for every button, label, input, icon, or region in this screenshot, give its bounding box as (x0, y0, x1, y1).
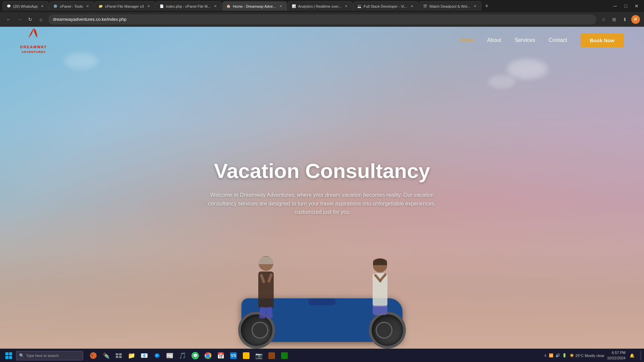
taskbar-app-whatsapp[interactable]: 💬 (189, 350, 201, 362)
taskbar-app-calendar[interactable]: 📅 (215, 350, 227, 362)
tab-close-deadpool[interactable]: ✕ (472, 4, 478, 9)
svg-rect-0 (5, 352, 8, 355)
nav-links: Home About Services Contact Book Now (460, 34, 624, 47)
start-button[interactable] (3, 350, 15, 361)
hero-content: Vacation Consultancy Welcome to Dreamway… (205, 159, 439, 217)
tab-cpanel-filemgr[interactable]: 📁 cPanel File Manager v3 ✕ (95, 1, 155, 11)
back-button[interactable]: ← (4, 15, 13, 24)
show-desktop-button[interactable] (640, 351, 641, 360)
person-1 (258, 256, 274, 308)
search-icon: 🔍 (19, 353, 24, 358)
svg-rect-7 (119, 356, 122, 358)
tab-bar: 💬 (20) WhatsApp ✕ ⚙️ cPanel - Tools ✕ 📁 … (0, 0, 644, 12)
book-now-button[interactable]: Book Now (581, 34, 624, 47)
forward-button[interactable]: → (15, 15, 24, 24)
tab-close-cpanel-tools[interactable]: ✕ (85, 4, 90, 9)
nav-link-about[interactable]: About (487, 37, 501, 43)
taskbar-search-text: Type here to search (26, 354, 59, 358)
taskbar-app-basketball[interactable]: 🏀 (87, 350, 99, 362)
taskbar-app-news[interactable]: 📰 (164, 350, 176, 362)
tab-favicon-dreamway: 🏠 (226, 4, 231, 9)
tab-whatsapp[interactable]: 💬 (20) WhatsApp ✕ (3, 1, 49, 11)
taskbar-app-edge[interactable] (151, 350, 163, 362)
website-content: DREAMWAY ADVENTURES Home About Services … (0, 27, 644, 349)
url-input[interactable] (48, 14, 596, 24)
tray-volume-icon[interactable]: 🔊 (555, 353, 560, 358)
tray-chevron-icon[interactable]: ∧ (544, 353, 547, 358)
taskbar: 🔍 Type here to search 🏀 ✒️ 📁 📧 📰 🎵 💬 (0, 349, 644, 362)
tab-favicon-fullstack: 💻 (357, 4, 362, 9)
logo-text: DREAMWAY ADVENTURES (20, 45, 47, 54)
taskbar-app-chrome[interactable] (202, 350, 214, 362)
taskbar-app-vscode[interactable]: VS (227, 350, 239, 362)
tab-favicon-deadpool: 🎬 (423, 4, 427, 9)
download-icon[interactable]: ⬇ (621, 15, 629, 24)
home-button[interactable]: ⌂ (36, 15, 46, 24)
new-tab-button[interactable]: + (482, 1, 491, 11)
navbar: DREAMWAY ADVENTURES Home About Services … (0, 27, 644, 54)
taskbar-right: ∧ 📶 🔊 🔋 ☀️ 25°C Mostly clear 6:57 PM 10/… (544, 350, 641, 361)
bookmark-icon[interactable]: ☆ (599, 15, 608, 24)
reload-button[interactable]: ↻ (25, 15, 35, 24)
tab-dreamway-home[interactable]: 🏠 Home - Dreamway Adve... ✕ (222, 1, 287, 11)
svg-rect-6 (116, 356, 118, 358)
svg-rect-2 (5, 356, 8, 359)
nav-link-services[interactable]: Services (515, 37, 535, 43)
tab-label-indexphp: index.php - cPanel File M... (166, 4, 211, 8)
hero-title: Vacation Consultancy (205, 159, 439, 183)
wheel-hub-left (252, 322, 268, 339)
taskbar-app-mail[interactable]: 📧 (138, 350, 150, 362)
tray-battery-icon: 🔋 (562, 353, 567, 358)
minimize-button[interactable]: ─ (610, 1, 620, 11)
svg-rect-3 (9, 356, 12, 359)
tab-analytics[interactable]: 📊 Analytics | Realtime over... ✕ (288, 1, 353, 11)
nav-link-home[interactable]: Home (460, 37, 474, 43)
svg-point-10 (207, 355, 209, 357)
toolbar-icons: ☆ ⊞ ⬇ P (599, 15, 640, 24)
tab-favicon-indexphp: 📄 (159, 4, 164, 9)
tab-favicon-analytics: 📊 (291, 4, 296, 9)
tab-close-fullstack[interactable]: ✕ (409, 4, 415, 9)
tab-label-cpanel-tools: cPanel - Tools (60, 4, 83, 8)
notification-button[interactable]: 🔔 (628, 353, 636, 358)
tab-fullstack[interactable]: 💻 Full Stack Developer - Vi... ✕ (353, 1, 418, 11)
system-tray: ∧ 📶 🔊 🔋 (544, 353, 567, 358)
logo-image (23, 27, 44, 45)
taskbar-search-box[interactable]: 🔍 Type here to search (16, 351, 83, 360)
taskbar-app-music[interactable]: 🎵 (176, 350, 189, 362)
tab-close-indexphp[interactable]: ✕ (213, 4, 218, 9)
wheel-hub-right (376, 322, 392, 339)
tray-network-icon[interactable]: 📶 (549, 353, 553, 358)
system-clock[interactable]: 6:57 PM 10/22/2024 (607, 350, 626, 361)
tab-close-dreamway[interactable]: ✕ (278, 4, 283, 9)
svg-rect-1 (9, 352, 12, 355)
taskbar-app-green[interactable] (278, 350, 290, 362)
atv-scene (205, 107, 439, 349)
taskbar-app-camera[interactable]: 📷 (253, 350, 265, 362)
cloud-1 (507, 59, 547, 79)
tab-cpanel-tools[interactable]: ⚙️ cPanel - Tools ✕ (49, 1, 94, 11)
taskbar-app-pen[interactable]: ✒️ (100, 350, 112, 362)
nav-link-contact[interactable]: Contact (549, 37, 567, 43)
tab-deadpool[interactable]: 🎬 Watch Deadpool & Wol... ✕ (419, 1, 481, 11)
taskbar-app-explorer[interactable]: 📁 (125, 350, 138, 362)
person-2 (373, 258, 387, 307)
maximize-button[interactable]: □ (621, 1, 631, 11)
tab-close-cpanel-filemgr[interactable]: ✕ (146, 4, 151, 9)
taskbar-app-taskview[interactable] (113, 350, 125, 362)
taskbar-app-yellow[interactable] (240, 350, 252, 362)
nav-buttons: ← → ↻ ⌂ (4, 15, 46, 24)
clock-time: 6:57 PM (607, 350, 626, 355)
clock-date: 10/22/2024 (607, 356, 626, 361)
taskbar-app-dark[interactable] (266, 350, 278, 362)
collections-icon[interactable]: ⊞ (610, 15, 619, 24)
close-button[interactable]: ✕ (632, 1, 641, 11)
taskbar-apps: 🏀 ✒️ 📁 📧 📰 🎵 💬 (87, 350, 290, 362)
tab-indexphp[interactable]: 📄 index.php - cPanel File M... ✕ (156, 1, 222, 11)
tab-close-analytics[interactable]: ✕ (343, 4, 349, 9)
cloud-3 (64, 53, 98, 69)
tab-favicon-whatsapp: 💬 (6, 4, 11, 9)
tab-close-whatsapp[interactable]: ✕ (40, 4, 45, 9)
task-view-icon (116, 353, 122, 358)
profile-button[interactable]: P (631, 15, 640, 24)
